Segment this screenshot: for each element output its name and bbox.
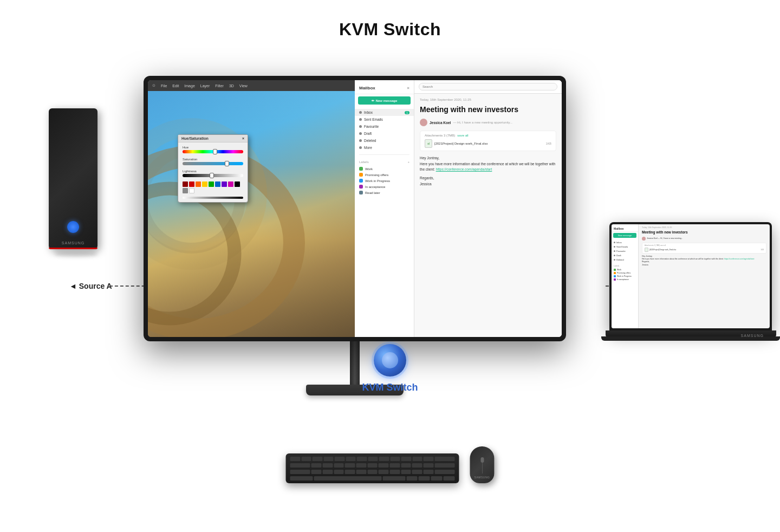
key[interactable]: [424, 470, 434, 474]
key[interactable]: [290, 457, 301, 461]
nav-favourite[interactable]: Favourite: [355, 123, 414, 130]
swatch-gray[interactable]: [183, 188, 188, 193]
mouse-scroll-wheel[interactable]: [480, 457, 484, 463]
laptop-label-acceptance[interactable]: In acceptance: [612, 278, 638, 281]
key[interactable]: [334, 463, 344, 468]
swatch-green[interactable]: [209, 181, 214, 187]
add-label-icon[interactable]: +: [407, 160, 410, 164]
key[interactable]: [290, 470, 310, 474]
key[interactable]: [311, 463, 322, 468]
key[interactable]: [434, 463, 454, 468]
ps-menu-image[interactable]: Image: [184, 84, 194, 88]
swatch-yellow[interactable]: [202, 181, 207, 187]
email-search-input[interactable]: [419, 83, 557, 90]
save-attachments-link[interactable]: save all: [457, 134, 468, 137]
mailbox-close-icon[interactable]: ×: [407, 86, 410, 90]
laptop-conference-link[interactable]: https://conference.com/agenda/start: [724, 258, 755, 260]
swatch-pink[interactable]: [228, 181, 233, 187]
key[interactable]: [431, 476, 443, 481]
key[interactable]: [334, 470, 344, 474]
label-acceptance[interactable]: In acceptance: [355, 184, 414, 190]
laptop-nav-sent[interactable]: Sent Emails: [612, 244, 638, 249]
key[interactable]: [424, 463, 434, 468]
laptop-nav-inbox[interactable]: Inbox: [612, 240, 638, 244]
swatch-orange[interactable]: [196, 181, 201, 187]
key[interactable]: [379, 463, 389, 468]
key[interactable]: [323, 457, 334, 461]
ps-menu-filter[interactable]: Filter: [215, 84, 224, 88]
nav-draft[interactable]: Draft: [355, 130, 414, 137]
label-wip[interactable]: Work in Progress: [355, 178, 414, 184]
key[interactable]: [406, 476, 418, 481]
ps-menu-edit[interactable]: Edit: [172, 84, 179, 88]
key[interactable]: [444, 476, 455, 481]
nav-more[interactable]: More: [355, 144, 414, 151]
key[interactable]: [412, 457, 422, 461]
key[interactable]: [313, 457, 323, 461]
swatch-blue[interactable]: [215, 181, 220, 187]
saturation-thumb[interactable]: [225, 161, 229, 166]
label-work[interactable]: Work: [355, 166, 414, 172]
conference-link[interactable]: https://conference.com/agenda/start: [436, 167, 492, 171]
laptop-nav-deleted[interactable]: Deleted: [612, 257, 638, 262]
key[interactable]: [412, 470, 422, 474]
nav-sent[interactable]: Sent Emails: [355, 116, 414, 123]
key[interactable]: [379, 457, 389, 461]
saturation-track[interactable]: [183, 162, 243, 165]
key[interactable]: [357, 457, 367, 461]
key[interactable]: [434, 470, 454, 474]
key[interactable]: [401, 463, 411, 468]
kvm-switch-button[interactable]: [374, 344, 406, 377]
key[interactable]: [412, 463, 422, 468]
key[interactable]: [424, 457, 434, 461]
key[interactable]: [346, 457, 356, 461]
key[interactable]: [311, 470, 322, 474]
ps-menu-view[interactable]: View: [239, 84, 248, 88]
key[interactable]: [390, 470, 400, 474]
key[interactable]: [367, 463, 378, 468]
key[interactable]: [345, 463, 355, 468]
key[interactable]: [382, 476, 405, 481]
key[interactable]: [434, 457, 454, 461]
lightness-thumb[interactable]: [210, 173, 214, 178]
key[interactable]: [401, 470, 411, 474]
key[interactable]: [323, 470, 333, 474]
key[interactable]: [290, 463, 310, 468]
key[interactable]: [367, 470, 378, 474]
key[interactable]: [390, 457, 400, 461]
key[interactable]: [335, 457, 345, 461]
hue-saturation-dialog[interactable]: Hue/Saturation × Hue: [178, 134, 248, 203]
space-key[interactable]: [314, 476, 381, 481]
swatch-purple[interactable]: [222, 181, 227, 187]
ps-menu-file[interactable]: File: [161, 84, 167, 88]
swatch-white[interactable]: [189, 188, 194, 193]
key[interactable]: [323, 463, 333, 468]
key[interactable]: [419, 476, 430, 481]
lightness-track[interactable]: [183, 174, 243, 177]
swatch-darkred[interactable]: [183, 181, 188, 187]
laptop-new-message-button[interactable]: New message: [613, 233, 636, 238]
ps-menu-layer[interactable]: Layer: [200, 84, 210, 88]
swatch-black[interactable]: [235, 181, 240, 187]
key[interactable]: [379, 470, 389, 474]
key[interactable]: [356, 463, 367, 468]
label-read-later[interactable]: Read later: [355, 190, 414, 196]
key[interactable]: [356, 470, 367, 474]
hue-thumb[interactable]: [213, 149, 217, 154]
new-message-button[interactable]: ✏ New message: [358, 96, 411, 105]
key[interactable]: [345, 470, 355, 474]
swatch-red[interactable]: [189, 181, 194, 187]
laptop-nav-favourite[interactable]: Favourite: [612, 249, 638, 253]
key[interactable]: [368, 457, 378, 461]
key[interactable]: [301, 457, 311, 461]
pc-power-button[interactable]: [67, 221, 79, 233]
nav-inbox[interactable]: Inbox 1: [355, 109, 414, 116]
key[interactable]: [401, 457, 412, 461]
key[interactable]: [390, 463, 400, 468]
ps-menu-3d[interactable]: 3D: [229, 84, 234, 88]
nav-deleted[interactable]: Deleted: [355, 137, 414, 144]
label-promising[interactable]: Promising offers: [355, 172, 414, 178]
hue-track[interactable]: [183, 150, 243, 153]
hue-sat-close-icon[interactable]: ×: [242, 137, 244, 140]
laptop-nav-draft[interactable]: Draft: [612, 253, 638, 257]
